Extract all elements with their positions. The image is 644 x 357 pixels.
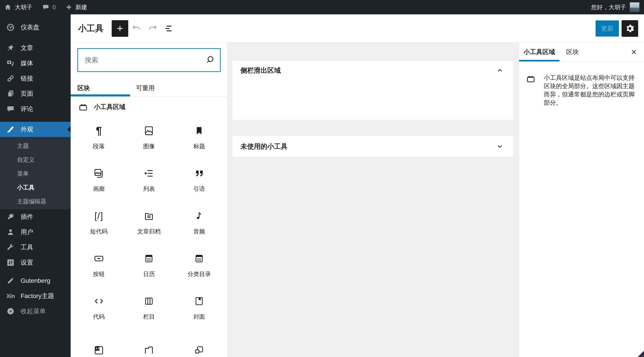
sidebar-item-label: Gutenberg xyxy=(21,277,50,284)
block-grid: ¶ 段落 图像 标题 画廊 列表 xyxy=(71,116,227,357)
media-icon xyxy=(6,58,15,68)
editor-header: 小工具 更新 xyxy=(71,14,644,42)
sidebar-item-label: 设置 xyxy=(21,258,33,267)
widget-area-title: 侧栏滑出区域 xyxy=(240,66,281,75)
block-type-file[interactable] xyxy=(124,329,174,357)
sidebar-item-gutenberg[interactable]: Gutenberg xyxy=(0,273,71,288)
redo-icon xyxy=(147,23,158,34)
sidebar-item-links[interactable]: 链接 xyxy=(0,71,71,86)
sidebar-item-label: 外观 xyxy=(21,125,33,134)
block-type-gallery[interactable]: 画廊 xyxy=(74,158,124,201)
sidebar-item-label: 仪表盘 xyxy=(21,23,40,32)
submenu-item-menus[interactable]: 菜单 xyxy=(0,166,71,180)
submenu-item-widgets[interactable]: 小工具 xyxy=(0,180,71,194)
page-title: 小工具 xyxy=(78,23,104,34)
sidebar-item-tools[interactable]: 工具 xyxy=(0,240,71,255)
tab-block[interactable]: 区块 xyxy=(560,42,586,62)
redo-button[interactable] xyxy=(145,20,160,37)
sidebar-item-appearance[interactable]: 外观 xyxy=(0,122,71,137)
admin-bar-new[interactable]: 新建 xyxy=(66,3,87,11)
sidebar-item-xin-factory-theme[interactable]: Xin Factory主题 xyxy=(0,288,71,304)
block-type-shortcode[interactable]: [/] 短代码 xyxy=(74,201,124,244)
plus-icon xyxy=(116,24,124,33)
submenu-item-themes[interactable]: 主题 xyxy=(0,139,71,153)
section-title: 小工具区域 xyxy=(94,103,125,111)
home-icon xyxy=(4,3,12,11)
block-type-image[interactable]: 图像 xyxy=(124,116,174,158)
sidebar-item-collapse-menu[interactable]: 收起菜单 xyxy=(0,304,71,319)
settings-sidebar: 小工具区域 区块 小工具区域是站点布局中可以支持区块的全局部分。这些区域因主题而… xyxy=(519,42,644,357)
pencil-icon xyxy=(6,276,15,286)
block-type-heading[interactable]: 标题 xyxy=(174,116,224,158)
block-inserter-toggle-button[interactable] xyxy=(112,20,128,37)
admin-bar: 大胡子 0 新建 您好，大胡子 xyxy=(0,0,644,14)
search-icon xyxy=(205,55,215,65)
block-type-embed[interactable] xyxy=(174,329,224,357)
sidebar-item-settings[interactable]: 设置 xyxy=(0,255,71,270)
admin-bar-comments[interactable]: 0 xyxy=(42,4,56,11)
settings-tabs: 小工具区域 区块 xyxy=(519,42,644,62)
block-type-calendar[interactable]: 日历 xyxy=(124,244,174,286)
list-view-icon xyxy=(164,23,174,34)
update-button[interactable]: 更新 xyxy=(596,20,619,36)
widget-area-header[interactable]: 未使用的小工具 xyxy=(232,136,513,157)
sidebar-item-dashboard[interactable]: 仪表盘 xyxy=(0,20,71,35)
widget-area-section-header: 小工具区域 xyxy=(78,102,227,112)
block-type-archives[interactable]: 文章归档 xyxy=(124,201,174,244)
sidebar-item-posts[interactable]: 文章 xyxy=(0,40,71,56)
tab-blocks[interactable]: 区块 xyxy=(71,80,130,96)
file-icon xyxy=(143,344,154,356)
sidebar-item-media[interactable]: 媒体 xyxy=(0,56,71,71)
widget-area-header[interactable]: 侧栏滑出区域 xyxy=(232,61,513,80)
collapse-circle-icon xyxy=(6,306,15,316)
new-label: 新建 xyxy=(75,3,87,11)
block-type-columns[interactable]: 栏目 xyxy=(124,286,174,329)
sidebar-item-label: 文章 xyxy=(21,44,33,52)
paragraph-icon: ¶ xyxy=(96,124,102,137)
sidebar-item-label: 工具 xyxy=(21,243,33,252)
audio-icon xyxy=(194,210,204,222)
chevron-down-icon[interactable] xyxy=(495,142,504,151)
close-settings-button[interactable] xyxy=(624,42,644,62)
search-input[interactable] xyxy=(77,48,221,72)
tab-widget-area[interactable]: 小工具区域 xyxy=(519,42,560,62)
archives-icon xyxy=(143,210,154,222)
comments-bubble-icon xyxy=(42,4,49,11)
user-icon xyxy=(6,228,15,237)
list-view-button[interactable] xyxy=(161,20,177,37)
sidebar-item-label: 用户 xyxy=(21,228,33,236)
image-icon xyxy=(143,124,154,137)
widget-area-sidebar-slideout: 侧栏滑出区域 xyxy=(232,60,514,120)
submenu-item-customize[interactable]: 自定义 xyxy=(0,153,71,166)
calendar-icon xyxy=(144,252,154,265)
settings-toggle-button[interactable] xyxy=(622,20,638,37)
sidebar-item-plugins[interactable]: 插件 xyxy=(0,209,71,224)
sidebar-item-users[interactable]: 用户 xyxy=(0,224,71,240)
site-name: 大胡子 xyxy=(15,3,32,11)
greeting-text[interactable]: 您好，大胡子 xyxy=(591,3,626,11)
block-type-button[interactable]: 按钮 xyxy=(74,244,124,286)
sidebar-item-label: 评论 xyxy=(21,105,33,113)
block-type-categories[interactable]: 分类目录 xyxy=(174,244,224,286)
dashboard-icon xyxy=(6,23,15,32)
avatar[interactable] xyxy=(630,2,640,12)
admin-bar-site-link[interactable]: 大胡子 xyxy=(4,3,32,11)
block-type-quote[interactable]: 引语 xyxy=(174,158,224,201)
widget-area-title: 未使用的小工具 xyxy=(240,142,288,151)
xin-logo-icon: Xin xyxy=(6,291,15,301)
columns-icon xyxy=(144,295,154,308)
block-type-code[interactable]: 代码 xyxy=(74,286,124,329)
sidebar-item-pages[interactable]: 页面 xyxy=(0,86,71,101)
undo-button[interactable] xyxy=(129,20,144,37)
chevron-up-icon[interactable] xyxy=(495,66,504,75)
block-type-custom-html[interactable] xyxy=(74,329,124,357)
block-type-cover[interactable]: 封面 xyxy=(174,286,224,329)
tab-reusable[interactable]: 可重用 xyxy=(130,80,155,96)
block-type-audio[interactable]: 音频 xyxy=(174,201,224,244)
block-type-paragraph[interactable]: ¶ 段落 xyxy=(74,116,124,158)
appearance-submenu: 主题 自定义 菜单 小工具 主题编辑器 xyxy=(0,137,71,209)
submenu-item-theme-editor[interactable]: 主题编辑器 xyxy=(0,194,71,208)
block-type-list[interactable]: 列表 xyxy=(124,158,174,201)
sidebar-item-label: Factory主题 xyxy=(21,292,54,300)
sidebar-item-comments[interactable]: 评论 xyxy=(0,101,71,116)
